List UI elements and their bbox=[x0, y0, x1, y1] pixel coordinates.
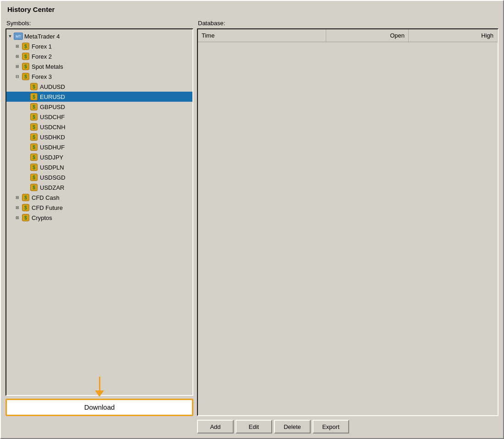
dollar-icon-audusd: $ bbox=[29, 82, 38, 91]
node-label-audusd: AUDUSD bbox=[40, 83, 65, 90]
node-label-metatrader4: MetaTrader 4 bbox=[24, 33, 60, 40]
dollar-icon-usdzar: $ bbox=[29, 183, 38, 192]
bottom-right-buttons: Add Edit Delete Export bbox=[193, 420, 499, 434]
col-header-time: Time bbox=[198, 29, 326, 42]
tree-node-spotmetals[interactable]: ⊞ $ Spot Metals bbox=[6, 61, 192, 71]
expander-root[interactable]: ▼ bbox=[6, 33, 14, 40]
node-label-cryptos: Cryptos bbox=[32, 214, 52, 221]
node-label-eurusd: EURUSD bbox=[40, 93, 65, 100]
expander-spotmetals[interactable]: ⊞ bbox=[14, 63, 21, 70]
edit-button[interactable]: Edit bbox=[236, 420, 272, 434]
node-label-usdsgd: USDSGD bbox=[40, 174, 66, 181]
expander-cfdcash[interactable]: ⊞ bbox=[14, 194, 21, 201]
add-button[interactable]: Add bbox=[197, 420, 234, 434]
tree-node-usdhkd[interactable]: $ USDHKD bbox=[6, 132, 192, 142]
bottom-bar: Add Edit Delete Export bbox=[5, 420, 499, 434]
tree-node-usdhuf[interactable]: $ USDHUF bbox=[6, 142, 192, 152]
left-panel: Symbols: ▼ MT MetaTrader 4 ⊞ $ Forex 1 bbox=[5, 20, 193, 416]
folder-icon-cryptos: $ bbox=[21, 213, 30, 222]
download-button[interactable]: Download bbox=[5, 399, 193, 416]
dollar-icon-usdjpy: $ bbox=[29, 153, 38, 162]
folder-icon-forex2: $ bbox=[21, 52, 30, 61]
col-header-high: High bbox=[409, 29, 498, 42]
root-icon: MT bbox=[14, 32, 23, 41]
dollar-icon-usdhkd: $ bbox=[29, 132, 38, 142]
tree-node-cfdfuture[interactable]: ⊞ $ CFD Future bbox=[6, 203, 192, 213]
dollar-icon-usdhuf: $ bbox=[29, 143, 38, 152]
window-title: History Center bbox=[5, 5, 499, 13]
node-label-usdcnh: USDCNH bbox=[40, 124, 66, 131]
tree-node-usdzar[interactable]: $ USDZAR bbox=[6, 182, 192, 192]
node-label-usdjpy: USDJPY bbox=[40, 154, 63, 161]
expander-cfdfuture[interactable]: ⊞ bbox=[14, 204, 21, 211]
node-label-gbpusd: GBPUSD bbox=[40, 104, 65, 110]
node-label-usdpln: USDPLN bbox=[40, 164, 64, 171]
tree-node-cryptos[interactable]: ⊞ $ Cryptos bbox=[6, 213, 192, 223]
tree-node-eurusd[interactable]: $ EURUSD bbox=[6, 92, 192, 102]
tree-node-audusd[interactable]: $ AUDUSD bbox=[6, 82, 192, 92]
main-content: Symbols: ▼ MT MetaTrader 4 ⊞ $ Forex 1 bbox=[5, 20, 499, 416]
node-label-cfdfuture: CFD Future bbox=[32, 204, 63, 211]
dollar-icon-usdpln: $ bbox=[29, 163, 38, 172]
node-label-spotmetals: Spot Metals bbox=[32, 63, 63, 70]
tree-node-forex2[interactable]: ⊞ $ Forex 2 bbox=[6, 51, 192, 61]
folder-icon-cfdfuture: $ bbox=[21, 203, 30, 212]
tree-node-forex1[interactable]: ⊞ $ Forex 1 bbox=[6, 41, 192, 51]
table-body bbox=[198, 42, 498, 412]
node-label-forex1: Forex 1 bbox=[32, 43, 52, 50]
tree-node-forex3[interactable]: ⊟ $ Forex 3 bbox=[6, 71, 192, 82]
tree-node-usdjpy[interactable]: $ USDJPY bbox=[6, 152, 192, 162]
folder-icon-forex3: $ bbox=[21, 72, 30, 81]
expander-forex1[interactable]: ⊞ bbox=[14, 43, 21, 50]
tree-node-usdsgd[interactable]: $ USDSGD bbox=[6, 172, 192, 182]
database-table: Time Open High bbox=[197, 28, 499, 416]
expander-cryptos[interactable]: ⊞ bbox=[14, 214, 21, 221]
dollar-icon-usdcnh: $ bbox=[29, 122, 38, 132]
dollar-icon-gbpusd: $ bbox=[29, 102, 38, 111]
history-center-window: History Center Symbols: ▼ MT MetaTrader … bbox=[0, 0, 504, 439]
symbols-label: Symbols: bbox=[5, 20, 193, 27]
tree-node-metatrader4[interactable]: ▼ MT MetaTrader 4 bbox=[6, 31, 192, 41]
tree-node-usdcnh[interactable]: $ USDCNH bbox=[6, 122, 192, 132]
export-button[interactable]: Export bbox=[312, 420, 349, 434]
database-label: Database: bbox=[197, 20, 499, 27]
folder-icon-cfdcash: $ bbox=[21, 193, 30, 202]
node-label-usdchf: USDCHF bbox=[40, 114, 65, 121]
expander-forex2[interactable]: ⊞ bbox=[14, 53, 21, 60]
expander-forex3[interactable]: ⊟ bbox=[14, 73, 21, 80]
folder-icon-forex1: $ bbox=[21, 42, 30, 51]
node-label-usdhkd: USDHKD bbox=[40, 134, 65, 141]
dollar-icon-usdchf: $ bbox=[29, 112, 38, 121]
download-area: Download bbox=[5, 399, 193, 416]
delete-button[interactable]: Delete bbox=[274, 420, 311, 434]
dollar-icon-eurusd: $ bbox=[29, 92, 38, 101]
symbols-tree[interactable]: ▼ MT MetaTrader 4 ⊞ $ Forex 1 ⊞ bbox=[5, 28, 193, 396]
node-label-usdzar: USDZAR bbox=[40, 184, 64, 191]
tree-node-cfdcash[interactable]: ⊞ $ CFD Cash bbox=[6, 192, 192, 203]
tree-node-gbpusd[interactable]: $ GBPUSD bbox=[6, 102, 192, 112]
tree-node-usdchf[interactable]: $ USDCHF bbox=[6, 112, 192, 122]
right-panel: Database: Time Open High bbox=[197, 20, 499, 416]
tree-node-usdpln[interactable]: $ USDPLN bbox=[6, 162, 192, 172]
dollar-icon-usdsgd: $ bbox=[29, 173, 38, 182]
node-label-usdhuf: USDHUF bbox=[40, 144, 65, 151]
table-header: Time Open High bbox=[198, 29, 498, 42]
node-label-forex2: Forex 2 bbox=[32, 53, 52, 60]
folder-icon-spotmetals: $ bbox=[21, 62, 30, 71]
col-header-open: Open bbox=[326, 29, 409, 42]
node-label-forex3: Forex 3 bbox=[32, 73, 52, 80]
node-label-cfdcash: CFD Cash bbox=[32, 194, 60, 201]
